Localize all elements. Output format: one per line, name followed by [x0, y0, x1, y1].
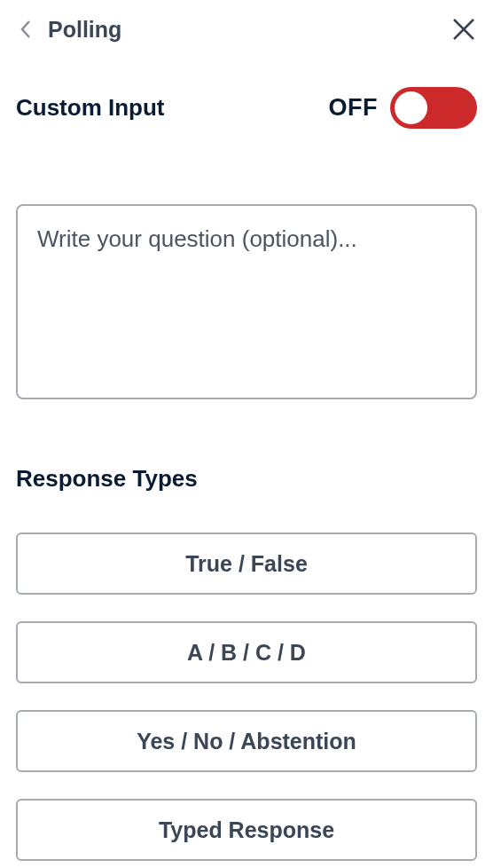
response-option-true-false[interactable]: True / False — [16, 533, 477, 595]
response-option-abcd[interactable]: A / B / C / D — [16, 621, 477, 683]
close-icon — [451, 17, 476, 42]
page-title: Polling — [48, 17, 121, 43]
response-types-title: Response Types — [16, 465, 477, 493]
toggle-group: OFF — [329, 87, 478, 129]
back-button[interactable] — [16, 20, 35, 39]
toggle-state-text: OFF — [329, 94, 379, 122]
custom-input-label: Custom Input — [16, 94, 165, 122]
response-option-typed[interactable]: Typed Response — [16, 799, 477, 861]
toggle-knob — [395, 91, 427, 124]
header: Polling — [16, 16, 477, 43]
chevron-left-icon — [19, 19, 33, 40]
header-left: Polling — [16, 17, 121, 43]
custom-input-row: Custom Input OFF — [16, 87, 477, 129]
close-button[interactable] — [450, 16, 477, 43]
custom-input-toggle[interactable] — [390, 87, 477, 129]
response-option-yes-no-abstention[interactable]: Yes / No / Abstention — [16, 710, 477, 772]
response-options-list: True / False A / B / C / D Yes / No / Ab… — [16, 533, 477, 861]
question-input[interactable] — [16, 204, 477, 399]
